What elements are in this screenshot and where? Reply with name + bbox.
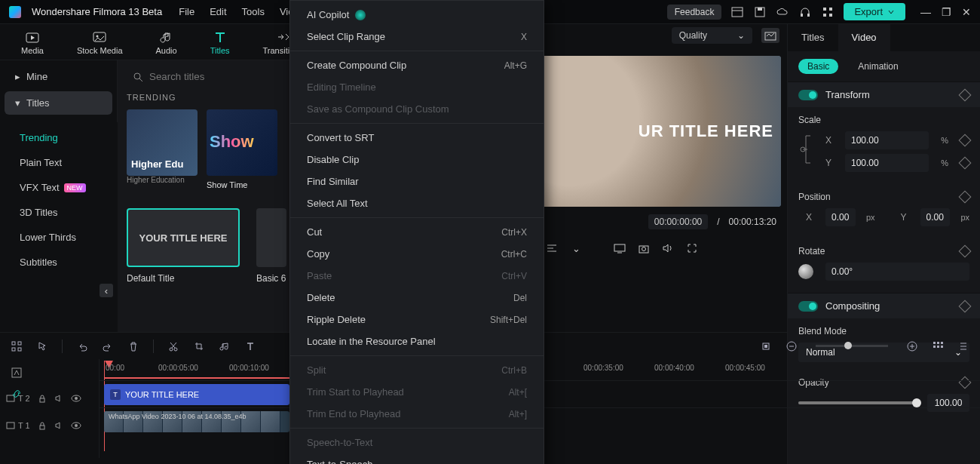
save-icon[interactable] [753, 5, 767, 19]
keyframe-icon[interactable] [959, 300, 972, 312]
subcat-subtitles[interactable]: Subtitles [2, 250, 116, 275]
ctx-ai-copilot[interactable]: AI Copilot [290, 4, 544, 26]
compositing-toggle[interactable] [798, 301, 818, 312]
inspector-tab-titles[interactable]: Titles [788, 24, 838, 51]
undo-icon[interactable] [76, 340, 88, 352]
category-mine[interactable]: ▸Mine [5, 65, 112, 88]
menu-edit[interactable]: Edit [210, 6, 226, 17]
subcat-lower[interactable]: Lower Thirds [2, 225, 116, 250]
display-icon[interactable] [613, 241, 626, 255]
apps-icon[interactable] [821, 5, 835, 19]
zoom-slider[interactable] [816, 345, 888, 347]
music-note-icon[interactable] [219, 340, 231, 352]
track-visibility-icon[interactable] [71, 395, 81, 402]
keyframe-icon[interactable] [959, 245, 972, 258]
ctx-paste: PasteCtrl+V [290, 265, 544, 287]
ctx-select-all[interactable]: Select All Text [290, 192, 544, 214]
ctx-ripple[interactable]: Ripple DeleteShift+Del [290, 309, 544, 330]
crop-icon[interactable] [193, 340, 205, 352]
ctx-delete[interactable]: DeleteDel [290, 287, 544, 309]
align-icon[interactable] [545, 241, 559, 255]
collapse-sidebar-icon[interactable]: ‹ [100, 284, 113, 297]
rotate-field[interactable]: 0.00° [825, 263, 969, 281]
subcat-plain[interactable]: Plain Text [2, 150, 116, 175]
title-clip[interactable]: TYOUR TITLE HERE [104, 384, 289, 405]
track-lock-icon[interactable] [38, 421, 47, 430]
ctx-select-range[interactable]: Select Clip RangeX [290, 26, 544, 48]
track-lock-icon[interactable] [38, 394, 47, 403]
subtab-basic[interactable]: Basic [798, 59, 838, 74]
fullscreen-icon[interactable] [685, 241, 699, 255]
layout-icon[interactable] [730, 5, 744, 19]
link-tool-icon[interactable] [11, 388, 23, 400]
chevron-down-icon[interactable]: ⌄ [569, 241, 583, 255]
subcat-trending[interactable]: Trending [2, 125, 116, 150]
preset-default[interactable]: YOUR TITLE HERE Default Title [127, 208, 240, 284]
zoom-out-icon[interactable] [786, 340, 798, 352]
menu-file[interactable]: File [179, 6, 194, 17]
video-clip[interactable]: WhatsApp Video 2023-10 06 at 14.08.35_e4… [104, 411, 289, 432]
cloud-icon[interactable] [776, 5, 789, 19]
grid-view-icon[interactable] [932, 340, 944, 352]
ctx-cut[interactable]: CutCtrl+X [290, 221, 544, 243]
ctx-compound[interactable]: Create Compound ClipAlt+G [290, 54, 544, 76]
marker-icon[interactable] [760, 340, 772, 352]
pos-y-field[interactable]: 0.00 [920, 208, 951, 226]
ctx-similar[interactable]: Find Similar [290, 171, 544, 192]
svg-rect-9 [829, 14, 832, 17]
timeline-tool-a-icon[interactable] [11, 367, 23, 379]
window-close-icon[interactable]: ✕ [962, 6, 971, 18]
menu-tools[interactable]: Tools [242, 6, 265, 17]
thumb-higher-edu[interactable]: Higher Edu Higher Education [127, 109, 198, 189]
cut-icon[interactable] [167, 340, 179, 352]
keyframe-icon[interactable] [959, 157, 972, 170]
ctx-srt[interactable]: Convert to SRT [290, 127, 544, 149]
text-tool-icon[interactable] [244, 340, 256, 352]
volume-icon[interactable] [661, 241, 675, 255]
redo-icon[interactable] [102, 340, 114, 352]
track-mute-icon[interactable] [54, 421, 63, 430]
tab-titles[interactable]: Titles [210, 29, 230, 55]
snapshot-icon[interactable] [761, 28, 779, 43]
window-maximize-icon[interactable]: ❐ [942, 6, 951, 18]
subcat-3d[interactable]: 3D Titles [2, 200, 116, 225]
ctx-copy[interactable]: CopyCtrl+C [290, 243, 544, 265]
track-mute-icon[interactable] [54, 394, 63, 403]
track-1-header[interactable]: T 1 [6, 421, 30, 430]
delete-icon[interactable] [127, 340, 139, 352]
current-time[interactable]: 00:00:00:00 [648, 214, 708, 229]
transform-toggle[interactable] [798, 90, 818, 100]
window-minimize-icon[interactable]: — [920, 6, 931, 18]
inspector-tab-video[interactable]: Video [838, 24, 890, 51]
zoom-in-icon[interactable] [906, 340, 918, 352]
scale-y-field[interactable]: 100.00 [845, 154, 929, 172]
thumb-show-time[interactable]: Show Show Time [207, 109, 277, 189]
keyframe-icon[interactable] [959, 134, 972, 147]
quality-dropdown[interactable]: Quality⌄ [672, 27, 752, 44]
subtab-animation[interactable]: Animation [849, 59, 907, 74]
tab-media[interactable]: Media [21, 29, 44, 55]
ctx-locate[interactable]: Locate in the Resource Panel [290, 330, 544, 352]
chevron-down-icon: ⌄ [737, 30, 745, 41]
category-titles[interactable]: ▾Titles [5, 91, 112, 115]
pointer-icon[interactable] [36, 340, 48, 352]
tab-stock[interactable]: Stock Media [77, 29, 123, 55]
ctx-disable[interactable]: Disable Clip [290, 149, 544, 171]
settings-icon[interactable] [957, 340, 969, 352]
keyframe-icon[interactable] [959, 191, 972, 204]
ctx-tts-label: Text-to-Speech [307, 459, 372, 464]
rotate-knob[interactable] [798, 264, 813, 279]
export-button[interactable]: Export [844, 3, 905, 20]
link-scale-icon[interactable] [798, 131, 815, 164]
feedback-button[interactable]: Feedback [667, 5, 722, 20]
track-visibility-icon[interactable] [71, 422, 81, 429]
pos-x-field[interactable]: 0.00 [825, 208, 856, 226]
tab-audio[interactable]: Audio [156, 29, 177, 55]
camera-icon[interactable] [637, 241, 651, 255]
headphones-icon[interactable] [798, 5, 812, 19]
keyframe-icon[interactable] [959, 88, 972, 101]
subcat-vfx[interactable]: VFX TextNEW [2, 175, 116, 200]
ctx-tts[interactable]: Text-to-Speech [290, 453, 544, 464]
apps-small-icon[interactable] [11, 340, 23, 352]
scale-x-field[interactable]: 100.00 [845, 131, 929, 149]
